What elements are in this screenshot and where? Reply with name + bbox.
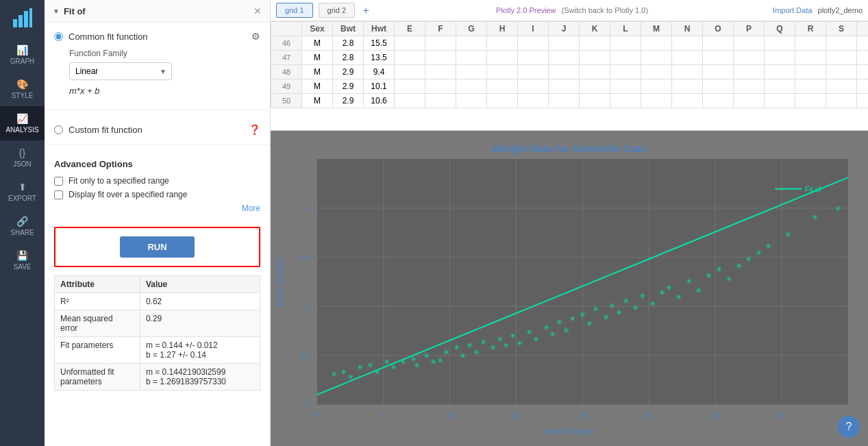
spreadsheet-cell[interactable]: 10.6 bbox=[364, 94, 395, 108]
spreadsheet-cell[interactable] bbox=[826, 65, 857, 79]
spreadsheet-cell[interactable] bbox=[795, 51, 826, 65]
spreadsheet-cell[interactable] bbox=[580, 51, 610, 65]
spreadsheet-cell[interactable] bbox=[395, 51, 425, 65]
spreadsheet-cell[interactable] bbox=[610, 79, 641, 94]
spreadsheet-cell[interactable] bbox=[703, 79, 734, 94]
settings-icon[interactable]: ⚙ bbox=[251, 31, 260, 42]
display-range-checkbox[interactable] bbox=[54, 190, 63, 199]
spreadsheet-cell[interactable] bbox=[487, 94, 518, 108]
custom-fit-radio[interactable] bbox=[54, 125, 63, 134]
spreadsheet-cell[interactable] bbox=[549, 65, 580, 79]
spreadsheet-cell[interactable]: M bbox=[302, 79, 333, 94]
spreadsheet-cell[interactable] bbox=[456, 65, 487, 79]
sidebar-item-analysis[interactable]: 📈 ANALYSIS bbox=[0, 106, 45, 140]
spreadsheet-cell[interactable] bbox=[672, 94, 703, 108]
spreadsheet-cell[interactable] bbox=[857, 36, 869, 51]
spreadsheet-cell[interactable] bbox=[703, 51, 734, 65]
spreadsheet-cell[interactable] bbox=[580, 36, 610, 51]
spreadsheet-cell[interactable] bbox=[703, 36, 734, 51]
spreadsheet-cell[interactable] bbox=[425, 79, 456, 94]
sidebar-item-save[interactable]: 💾 SAVE bbox=[0, 243, 45, 277]
spreadsheet-cell[interactable] bbox=[641, 79, 672, 94]
spreadsheet-cell[interactable] bbox=[857, 51, 869, 65]
spreadsheet-cell[interactable] bbox=[703, 94, 734, 108]
spreadsheet-cell[interactable] bbox=[857, 65, 869, 79]
spreadsheet-cell[interactable] bbox=[826, 94, 857, 108]
spreadsheet-cell[interactable] bbox=[487, 65, 518, 79]
display-range-label[interactable]: Display fit over a specified range bbox=[69, 190, 187, 199]
spreadsheet-cell[interactable] bbox=[765, 79, 795, 94]
spreadsheet-cell[interactable] bbox=[549, 94, 580, 108]
spreadsheet-cell[interactable] bbox=[826, 79, 857, 94]
spreadsheet-cell[interactable] bbox=[765, 94, 795, 108]
spreadsheet-cell[interactable]: M bbox=[302, 65, 333, 79]
spreadsheet-cell[interactable] bbox=[765, 51, 795, 65]
spreadsheet-cell[interactable]: 2.8 bbox=[333, 51, 364, 65]
add-grid-button[interactable]: ＋ bbox=[360, 3, 371, 18]
spreadsheet-cell[interactable] bbox=[395, 36, 425, 51]
spreadsheet-cell[interactable]: 10.1 bbox=[364, 79, 395, 94]
spreadsheet-cell[interactable] bbox=[549, 79, 580, 94]
more-link[interactable]: More bbox=[242, 203, 260, 213]
spreadsheet-cell[interactable] bbox=[425, 36, 456, 51]
spreadsheet-cell[interactable] bbox=[672, 79, 703, 94]
spreadsheet-cell[interactable] bbox=[518, 65, 549, 79]
grid2-tab[interactable]: grid 2 bbox=[319, 3, 356, 18]
spreadsheet-cell[interactable] bbox=[487, 36, 518, 51]
spreadsheet-cell[interactable] bbox=[765, 36, 795, 51]
spreadsheet-cell[interactable] bbox=[734, 94, 765, 108]
spreadsheet-cell[interactable] bbox=[734, 79, 765, 94]
spreadsheet-cell[interactable] bbox=[641, 94, 672, 108]
spreadsheet-cell[interactable] bbox=[610, 94, 641, 108]
spreadsheet-cell[interactable] bbox=[641, 36, 672, 51]
spreadsheet-cell[interactable]: 9.4 bbox=[364, 65, 395, 79]
sidebar-item-graph[interactable]: 📊 GRAPH bbox=[0, 38, 45, 72]
spreadsheet-cell[interactable] bbox=[826, 51, 857, 65]
support-button[interactable]: ? bbox=[838, 416, 860, 438]
spreadsheet-cell[interactable] bbox=[487, 79, 518, 94]
fit-range-checkbox[interactable] bbox=[54, 177, 63, 186]
spreadsheet-cell[interactable]: 2.9 bbox=[333, 94, 364, 108]
grid1-tab[interactable]: grid 1 bbox=[276, 3, 313, 18]
spreadsheet-cell[interactable] bbox=[549, 36, 580, 51]
spreadsheet-cell[interactable] bbox=[795, 94, 826, 108]
spreadsheet-cell[interactable] bbox=[795, 65, 826, 79]
spreadsheet-cell[interactable] bbox=[518, 36, 549, 51]
spreadsheet-cell[interactable]: 13.5 bbox=[364, 51, 395, 65]
spreadsheet-cell[interactable] bbox=[456, 79, 487, 94]
function-family-select[interactable]: Linear bbox=[69, 62, 172, 80]
spreadsheet-cell[interactable] bbox=[857, 79, 869, 94]
spreadsheet-cell[interactable] bbox=[487, 51, 518, 65]
spreadsheet-cell[interactable] bbox=[826, 36, 857, 51]
spreadsheet-cell[interactable] bbox=[610, 51, 641, 65]
fit-range-label[interactable]: Fit only to a specified range bbox=[69, 176, 169, 186]
spreadsheet-cell[interactable] bbox=[518, 51, 549, 65]
spreadsheet-cell[interactable]: 2.8 bbox=[333, 36, 364, 51]
sidebar-item-style[interactable]: 🎨 STYLE bbox=[0, 72, 45, 106]
spreadsheet-cell[interactable] bbox=[580, 65, 610, 79]
spreadsheet-cell[interactable] bbox=[734, 65, 765, 79]
spreadsheet-cell[interactable] bbox=[641, 51, 672, 65]
spreadsheet-cell[interactable]: 15.5 bbox=[364, 36, 395, 51]
sidebar-item-export[interactable]: ⬆ EXPORT bbox=[0, 175, 45, 209]
spreadsheet-cell[interactable] bbox=[518, 94, 549, 108]
spreadsheet-cell[interactable] bbox=[795, 36, 826, 51]
spreadsheet-cell[interactable] bbox=[580, 79, 610, 94]
chevron-down-icon[interactable]: ▼ bbox=[53, 8, 60, 15]
spreadsheet-cell[interactable]: M bbox=[302, 94, 333, 108]
spreadsheet-cell[interactable] bbox=[456, 94, 487, 108]
spreadsheet-cell[interactable] bbox=[672, 51, 703, 65]
spreadsheet-cell[interactable] bbox=[857, 94, 869, 108]
common-fit-label[interactable]: Common fit function bbox=[69, 32, 148, 42]
spreadsheet-cell[interactable] bbox=[765, 65, 795, 79]
help-icon[interactable]: ❓ bbox=[249, 124, 260, 135]
spreadsheet-cell[interactable] bbox=[734, 51, 765, 65]
spreadsheet-cell[interactable] bbox=[795, 79, 826, 94]
spreadsheet-cell[interactable] bbox=[395, 65, 425, 79]
spreadsheet-cell[interactable] bbox=[425, 94, 456, 108]
spreadsheet-cell[interactable]: 2.9 bbox=[333, 79, 364, 94]
spreadsheet-cell[interactable] bbox=[395, 94, 425, 108]
spreadsheet-cell[interactable] bbox=[734, 36, 765, 51]
custom-fit-label[interactable]: Custom fit function bbox=[69, 125, 142, 135]
sidebar-item-json[interactable]: {} JSON bbox=[0, 140, 45, 175]
